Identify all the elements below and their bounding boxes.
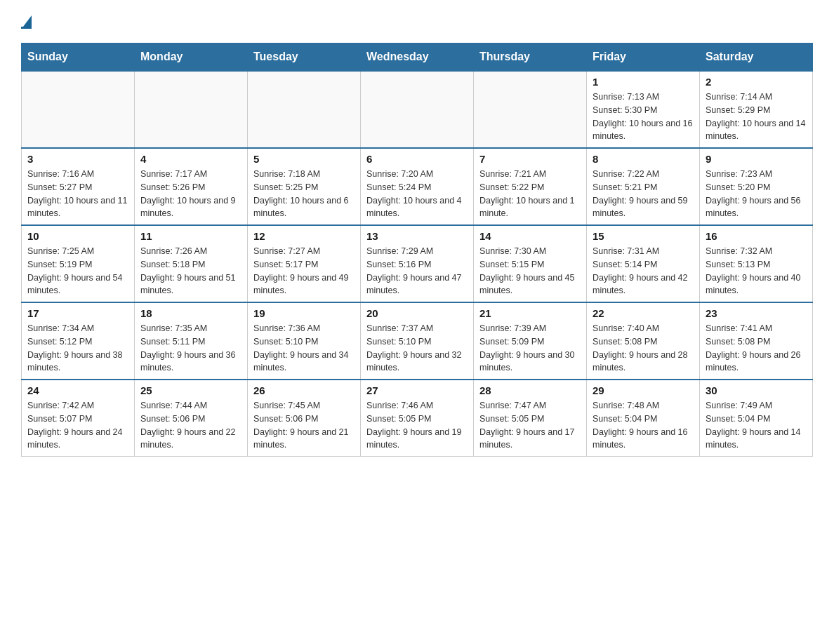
calendar-cell: 24Sunrise: 7:42 AM Sunset: 5:07 PM Dayli…	[22, 380, 135, 457]
day-number: 3	[27, 153, 128, 165]
day-number: 29	[593, 384, 694, 396]
day-info: Sunrise: 7:16 AM Sunset: 5:27 PM Dayligh…	[27, 168, 128, 220]
day-number: 22	[593, 307, 694, 319]
day-number: 13	[366, 230, 468, 242]
day-number: 27	[366, 384, 468, 396]
calendar-cell: 6Sunrise: 7:20 AM Sunset: 5:24 PM Daylig…	[361, 148, 474, 225]
day-number: 28	[479, 384, 581, 396]
calendar-cell	[248, 71, 361, 148]
calendar-week-row: 24Sunrise: 7:42 AM Sunset: 5:07 PM Dayli…	[22, 380, 813, 457]
calendar-cell: 1Sunrise: 7:13 AM Sunset: 5:30 PM Daylig…	[587, 71, 700, 148]
calendar-cell: 28Sunrise: 7:47 AM Sunset: 5:05 PM Dayli…	[474, 380, 587, 457]
calendar-header-tuesday: Tuesday	[248, 43, 361, 72]
day-info: Sunrise: 7:45 AM Sunset: 5:06 PM Dayligh…	[253, 399, 355, 452]
day-info: Sunrise: 7:23 AM Sunset: 5:20 PM Dayligh…	[706, 168, 807, 220]
calendar-cell: 2Sunrise: 7:14 AM Sunset: 5:29 PM Daylig…	[700, 71, 813, 148]
logo-triangle-icon	[23, 15, 32, 27]
calendar-cell: 14Sunrise: 7:30 AM Sunset: 5:15 PM Dayli…	[474, 225, 587, 302]
calendar-cell: 5Sunrise: 7:18 AM Sunset: 5:25 PM Daylig…	[248, 148, 361, 225]
calendar-table: SundayMondayTuesdayWednesdayThursdayFrid…	[21, 43, 813, 457]
day-info: Sunrise: 7:34 AM Sunset: 5:12 PM Dayligh…	[27, 322, 128, 375]
calendar-cell: 18Sunrise: 7:35 AM Sunset: 5:11 PM Dayli…	[135, 302, 248, 380]
day-number: 14	[479, 230, 581, 242]
calendar-header-thursday: Thursday	[474, 43, 587, 72]
calendar-header-saturday: Saturday	[700, 43, 813, 72]
calendar-header-sunday: Sunday	[22, 43, 135, 72]
day-number: 12	[253, 230, 355, 242]
day-number: 7	[479, 153, 581, 165]
calendar-cell: 9Sunrise: 7:23 AM Sunset: 5:20 PM Daylig…	[700, 148, 813, 225]
calendar-cell: 22Sunrise: 7:40 AM Sunset: 5:08 PM Dayli…	[587, 302, 700, 380]
calendar-cell: 17Sunrise: 7:34 AM Sunset: 5:12 PM Dayli…	[22, 302, 135, 380]
calendar-cell: 10Sunrise: 7:25 AM Sunset: 5:19 PM Dayli…	[22, 225, 135, 302]
day-info: Sunrise: 7:49 AM Sunset: 5:04 PM Dayligh…	[706, 399, 807, 452]
day-info: Sunrise: 7:21 AM Sunset: 5:22 PM Dayligh…	[479, 168, 581, 220]
calendar-cell: 16Sunrise: 7:32 AM Sunset: 5:13 PM Dayli…	[700, 225, 813, 302]
calendar-cell: 27Sunrise: 7:46 AM Sunset: 5:05 PM Dayli…	[361, 380, 474, 457]
day-info: Sunrise: 7:47 AM Sunset: 5:05 PM Dayligh…	[479, 399, 581, 452]
day-info: Sunrise: 7:35 AM Sunset: 5:11 PM Dayligh…	[140, 322, 241, 375]
day-number: 1	[593, 76, 694, 88]
day-number: 25	[140, 384, 241, 396]
day-info: Sunrise: 7:37 AM Sunset: 5:10 PM Dayligh…	[366, 322, 468, 375]
calendar-week-row: 1Sunrise: 7:13 AM Sunset: 5:30 PM Daylig…	[22, 71, 813, 148]
calendar-cell: 21Sunrise: 7:39 AM Sunset: 5:09 PM Dayli…	[474, 302, 587, 380]
day-number: 5	[253, 153, 355, 165]
day-number: 26	[253, 384, 355, 396]
calendar-cell	[135, 71, 248, 148]
calendar-cell: 19Sunrise: 7:36 AM Sunset: 5:10 PM Dayli…	[248, 302, 361, 380]
calendar-cell: 20Sunrise: 7:37 AM Sunset: 5:10 PM Dayli…	[361, 302, 474, 380]
day-number: 8	[593, 153, 694, 165]
day-info: Sunrise: 7:42 AM Sunset: 5:07 PM Dayligh…	[27, 399, 128, 452]
calendar-cell: 25Sunrise: 7:44 AM Sunset: 5:06 PM Dayli…	[135, 380, 248, 457]
calendar-header-monday: Monday	[135, 43, 248, 72]
day-info: Sunrise: 7:31 AM Sunset: 5:14 PM Dayligh…	[593, 245, 694, 297]
day-info: Sunrise: 7:29 AM Sunset: 5:16 PM Dayligh…	[366, 245, 468, 297]
calendar-cell: 3Sunrise: 7:16 AM Sunset: 5:27 PM Daylig…	[22, 148, 135, 225]
calendar-cell	[22, 71, 135, 148]
calendar-cell	[361, 71, 474, 148]
day-info: Sunrise: 7:27 AM Sunset: 5:17 PM Dayligh…	[253, 245, 355, 297]
day-info: Sunrise: 7:18 AM Sunset: 5:25 PM Dayligh…	[253, 168, 355, 220]
calendar-header-row: SundayMondayTuesdayWednesdayThursdayFrid…	[22, 43, 813, 72]
calendar-cell: 26Sunrise: 7:45 AM Sunset: 5:06 PM Dayli…	[248, 380, 361, 457]
calendar-cell: 12Sunrise: 7:27 AM Sunset: 5:17 PM Dayli…	[248, 225, 361, 302]
day-info: Sunrise: 7:48 AM Sunset: 5:04 PM Dayligh…	[593, 399, 694, 452]
day-info: Sunrise: 7:13 AM Sunset: 5:30 PM Dayligh…	[593, 90, 694, 143]
day-info: Sunrise: 7:20 AM Sunset: 5:24 PM Dayligh…	[366, 168, 468, 220]
calendar-header-friday: Friday	[587, 43, 700, 72]
day-number: 24	[27, 384, 128, 396]
day-info: Sunrise: 7:25 AM Sunset: 5:19 PM Dayligh…	[27, 245, 128, 297]
day-number: 19	[253, 307, 355, 319]
calendar-cell: 23Sunrise: 7:41 AM Sunset: 5:08 PM Dayli…	[700, 302, 813, 380]
calendar-cell: 8Sunrise: 7:22 AM Sunset: 5:21 PM Daylig…	[587, 148, 700, 225]
day-number: 4	[140, 153, 241, 165]
calendar-cell: 4Sunrise: 7:17 AM Sunset: 5:26 PM Daylig…	[135, 148, 248, 225]
day-number: 9	[706, 153, 807, 165]
calendar-cell	[474, 71, 587, 148]
calendar-week-row: 10Sunrise: 7:25 AM Sunset: 5:19 PM Dayli…	[22, 225, 813, 302]
day-number: 30	[706, 384, 807, 396]
calendar-cell: 30Sunrise: 7:49 AM Sunset: 5:04 PM Dayli…	[700, 380, 813, 457]
calendar-cell: 11Sunrise: 7:26 AM Sunset: 5:18 PM Dayli…	[135, 225, 248, 302]
day-info: Sunrise: 7:22 AM Sunset: 5:21 PM Dayligh…	[593, 168, 694, 220]
day-info: Sunrise: 7:39 AM Sunset: 5:09 PM Dayligh…	[479, 322, 581, 375]
day-number: 2	[706, 76, 807, 88]
day-number: 16	[706, 230, 807, 242]
calendar-cell: 13Sunrise: 7:29 AM Sunset: 5:16 PM Dayli…	[361, 225, 474, 302]
day-info: Sunrise: 7:36 AM Sunset: 5:10 PM Dayligh…	[253, 322, 355, 375]
logo	[21, 14, 32, 29]
logo-underline	[21, 27, 32, 29]
day-info: Sunrise: 7:17 AM Sunset: 5:26 PM Dayligh…	[140, 168, 241, 220]
day-number: 15	[593, 230, 694, 242]
page-header	[21, 14, 813, 29]
day-number: 18	[140, 307, 241, 319]
day-info: Sunrise: 7:44 AM Sunset: 5:06 PM Dayligh…	[140, 399, 241, 452]
day-number: 11	[140, 230, 241, 242]
day-number: 10	[27, 230, 128, 242]
calendar-cell: 7Sunrise: 7:21 AM Sunset: 5:22 PM Daylig…	[474, 148, 587, 225]
day-info: Sunrise: 7:30 AM Sunset: 5:15 PM Dayligh…	[479, 245, 581, 297]
day-info: Sunrise: 7:26 AM Sunset: 5:18 PM Dayligh…	[140, 245, 241, 297]
day-info: Sunrise: 7:41 AM Sunset: 5:08 PM Dayligh…	[706, 322, 807, 375]
day-number: 23	[706, 307, 807, 319]
